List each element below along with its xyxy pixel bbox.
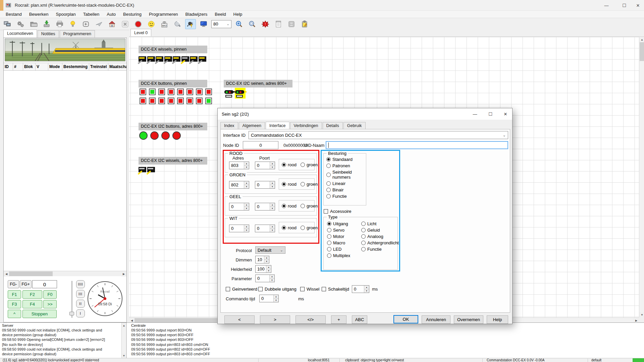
radio-groen[interactable]: groen <box>301 203 318 208</box>
notes-button[interactable] <box>273 19 284 29</box>
turnout-symbol[interactable] <box>173 56 180 62</box>
spinner-arrows-icon[interactable]: ▲▼ <box>269 275 274 282</box>
dimmen-spinner[interactable]: 10▲▼ <box>255 256 269 263</box>
spinner-arrows-icon[interactable]: ▲▼ <box>266 265 271 273</box>
plan-vscrollbar[interactable]: ▲ ▼ <box>639 37 644 317</box>
tab-index[interactable]: Index <box>220 122 238 129</box>
shift-functions-button[interactable]: >> <box>43 300 57 308</box>
issue-button[interactable]: ! <box>260 19 271 29</box>
parameter-spinner[interactable]: 0▲▼ <box>255 275 275 282</box>
f4-button[interactable]: F4 <box>22 300 42 308</box>
radio-rood[interactable]: rood <box>282 203 297 208</box>
brake-step-1-button[interactable]: I <box>76 309 85 317</box>
push-button-symbol[interactable] <box>177 88 184 95</box>
round-button-symbol[interactable] <box>139 131 148 140</box>
helderheid-spinner[interactable]: 100▲▼ <box>255 265 271 273</box>
radio-rood[interactable]: rood <box>282 182 297 187</box>
rood-poort-spinner[interactable]: 0▲▼ <box>255 162 275 169</box>
radio-button-icon[interactable] <box>326 157 331 162</box>
radio-lineair[interactable]: Lineair <box>326 181 363 186</box>
push-button-symbol[interactable] <box>196 98 203 104</box>
f1-button[interactable]: F1 <box>8 290 21 299</box>
groen-adres-spinner[interactable]: 802▲▼ <box>229 181 249 189</box>
radio-functie[interactable]: Functie <box>326 194 363 199</box>
menu-bestand[interactable]: Bestand <box>2 11 25 17</box>
radio-button-icon[interactable] <box>301 204 305 208</box>
turnout-symbol[interactable] <box>190 56 198 62</box>
radio-button-icon[interactable] <box>361 247 366 251</box>
col-mode[interactable]: Mode <box>48 63 62 70</box>
maximize-icon[interactable]: ☐ <box>616 0 632 11</box>
spinner-arrows-icon[interactable]: ▲▼ <box>273 295 278 302</box>
radio-functie[interactable]: Functie <box>361 247 399 252</box>
radio-multiplex[interactable]: Multiplex <box>327 253 350 258</box>
radio-led[interactable]: LED <box>327 247 350 252</box>
spinner-arrows-icon[interactable]: ▲▼ <box>264 256 269 263</box>
spinner-arrows-icon[interactable]: ▲▼ <box>244 162 249 169</box>
radio-groen[interactable]: groen <box>301 162 318 167</box>
radio-button-icon[interactable] <box>282 182 286 186</box>
radio-achtergrondlicht[interactable]: Achtergrondlicht <box>361 240 399 245</box>
xml-button[interactable]: </> <box>296 315 326 324</box>
abc-button[interactable]: ABC <box>352 315 367 324</box>
signal-sg2-symbol-selected[interactable] <box>235 88 246 99</box>
scroll-up-icon[interactable]: ▲ <box>122 323 126 328</box>
turnout-symbol[interactable] <box>199 56 206 62</box>
commando-tijd-spinner[interactable]: 0▲▼ <box>259 295 279 302</box>
workspace-button[interactable] <box>2 19 13 29</box>
loco-table-hscrollbar[interactable]: ◀ ▶ <box>4 271 126 276</box>
col-treinstel[interactable]: Treinstel <box>89 63 108 70</box>
menu-spoorplan[interactable]: Spoorplan <box>52 11 79 17</box>
server-log-panel[interactable]: Server 09:58:50 9999 could not initializ… <box>0 323 127 358</box>
radio-button-icon[interactable] <box>326 181 331 186</box>
turnout-symbol[interactable] <box>147 167 155 172</box>
close-panel-button[interactable] <box>120 19 130 29</box>
menu-programmeren[interactable]: Programmeren <box>145 11 182 17</box>
throttle-knob-button[interactable] <box>172 19 183 29</box>
prev-button[interactable]: < <box>224 315 255 324</box>
menu-beeld[interactable]: Beeld <box>211 11 229 17</box>
scroll-thumb[interactable] <box>9 272 53 276</box>
radio-button-icon[interactable] <box>301 163 305 167</box>
radio-geluid[interactable]: Geluid <box>361 228 399 233</box>
tab-interface[interactable]: Interface <box>266 122 289 129</box>
brake-step-3-button[interactable]: III <box>76 290 85 298</box>
add-button[interactable]: + <box>331 315 346 324</box>
label-dccex-buttons-pinnen[interactable]: DCC-EX buttons, pinnen <box>139 80 207 87</box>
card-file-button[interactable] <box>286 19 297 29</box>
radio-button-icon[interactable] <box>327 247 331 251</box>
radio-button-icon[interactable] <box>282 226 286 230</box>
dialog-minimize-icon[interactable]: — <box>467 108 483 120</box>
col-id[interactable]: ID <box>4 63 13 70</box>
display-button[interactable] <box>198 19 209 29</box>
wio-button[interactable]: WIO <box>159 19 170 29</box>
slider-thumb[interactable] <box>69 312 74 315</box>
geinverteerd-checkbox[interactable] <box>226 287 230 291</box>
radio-button-icon[interactable] <box>361 228 366 232</box>
properties-button[interactable] <box>15 19 26 29</box>
f0-button[interactable]: F0 <box>43 290 57 299</box>
col-number[interactable]: # <box>13 63 23 70</box>
wissel-checkbox-item[interactable]: Wissel <box>300 287 319 292</box>
accessoire-checkbox[interactable] <box>324 209 328 214</box>
spinner-arrows-icon[interactable]: ▲▼ <box>364 286 369 293</box>
turnout-symbol[interactable] <box>139 167 146 172</box>
fly-button[interactable] <box>94 19 104 29</box>
minimize-icon[interactable]: — <box>599 0 614 11</box>
push-button-symbol[interactable] <box>168 98 174 104</box>
f2-button[interactable]: F2 <box>22 290 42 299</box>
turnout-symbol[interactable] <box>164 56 172 62</box>
radio-button-icon[interactable] <box>326 173 331 177</box>
schakeltijd-spinner[interactable]: 0▲▼ <box>352 285 369 293</box>
push-button-symbol[interactable] <box>158 98 165 104</box>
tab-algemeen[interactable]: Algemeen <box>239 122 265 129</box>
radio-button-icon[interactable] <box>282 204 286 208</box>
protocol-combo[interactable]: Default ⌄ <box>255 246 285 254</box>
refresh-button[interactable] <box>80 19 91 29</box>
radio-button-icon[interactable] <box>326 194 331 198</box>
radio-seinbeeld-nummers[interactable]: Seinbeeld nummers <box>326 170 363 180</box>
radio-button-icon[interactable] <box>327 228 331 232</box>
push-button-symbol[interactable] <box>149 98 156 104</box>
server-log-scrollbar[interactable]: ▲ ▼ <box>121 323 126 358</box>
label-dccex-i2c-seinen[interactable]: DCC-EX I2C seinen, adres 800+ <box>224 80 292 87</box>
